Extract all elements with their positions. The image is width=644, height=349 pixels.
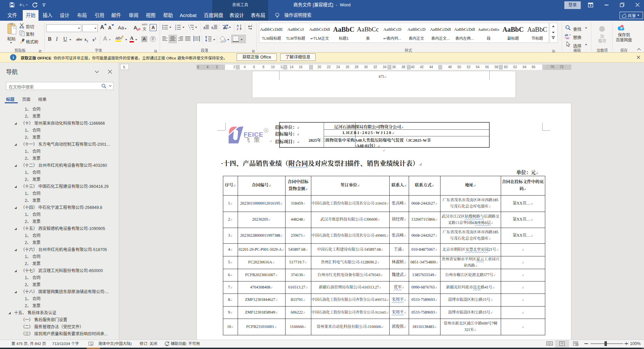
svg-text:ac: ac — [566, 36, 569, 39]
svg-text:Z: Z — [237, 27, 239, 31]
svg-text:x: x — [91, 343, 92, 346]
svg-text:飞策: 飞策 — [244, 137, 263, 143]
svg-text:3: 3 — [175, 28, 176, 30]
svg-text:R: R — [265, 129, 267, 132]
svg-text:i: i — [190, 28, 190, 30]
svg-text:A: A — [237, 24, 239, 27]
